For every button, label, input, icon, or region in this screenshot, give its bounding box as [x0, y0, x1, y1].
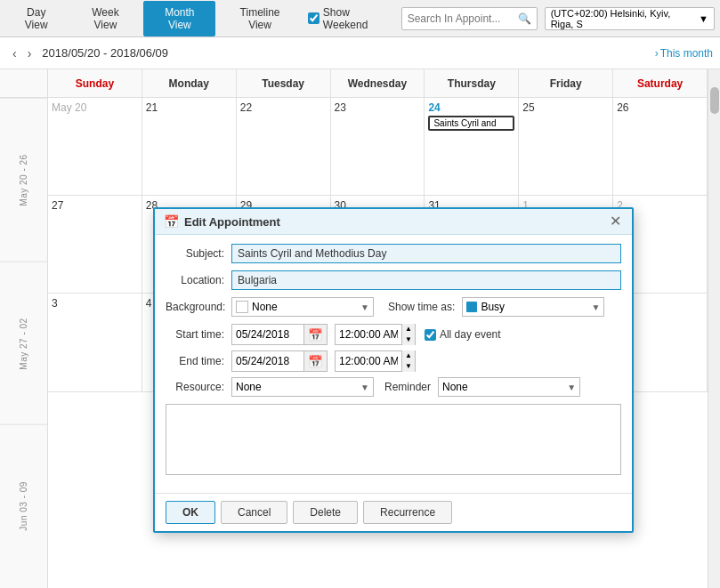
week-label-column: May 20 - 26 May 27 - 02 Jun 03 - 09	[0, 69, 48, 588]
cancel-btn[interactable]: Cancel	[221, 501, 287, 524]
recurrence-btn[interactable]: Recurrence	[363, 501, 452, 524]
calendar-main: Sunday Monday Tuesday Wednesday Thursday…	[48, 69, 708, 588]
location-label: Location:	[166, 274, 231, 286]
cal-cell-may23[interactable]: 23	[331, 98, 425, 196]
day-num: 22	[240, 101, 327, 114]
timezone-label: (UTC+02:00) Helsinki, Kyiv, Riga, S	[551, 8, 695, 29]
start-date-cal-btn[interactable]: 📅	[303, 325, 327, 344]
prev-arrow[interactable]: ‹	[7, 45, 22, 61]
calendar-wrapper: May 20 - 26 May 27 - 02 Jun 03 - 09 Sund…	[0, 69, 720, 588]
none-chip: None	[236, 301, 278, 313]
show-time-as-value: Busy	[481, 301, 505, 313]
toolbar: Day View Week View Month View Timeline V…	[0, 0, 720, 37]
show-time-as-label: Show time as:	[388, 301, 455, 313]
cal-cell-may22[interactable]: 22	[237, 98, 331, 196]
header-tuesday: Tuesday	[237, 69, 331, 97]
resource-select-arrow: ▼	[360, 383, 369, 392]
end-time-row: End time: 📅 ▲ ▼	[166, 350, 621, 372]
start-time-row: Start time: 📅 ▲ ▼	[166, 324, 621, 345]
end-time-label: End time:	[166, 355, 231, 367]
search-input[interactable]	[408, 12, 514, 25]
cal-cell-may24[interactable]: 24 Saints Cyril and	[425, 98, 519, 196]
start-date-input[interactable]	[232, 326, 303, 342]
reminder-label: Reminder	[384, 381, 431, 393]
month-view-btn[interactable]: Month View	[143, 1, 215, 36]
cal-cell-jun3[interactable]: 3	[48, 294, 142, 391]
start-time-input-wrap: ▲ ▼	[335, 324, 416, 345]
end-date-cal-btn[interactable]: 📅	[303, 351, 327, 371]
modal-title-icon: 📅	[164, 214, 179, 229]
calendar-icon: 📅	[308, 328, 323, 342]
modal-title-bar: 📅 Edit Appointment ✕	[155, 209, 632, 235]
this-month-arrow-icon: ›	[655, 47, 659, 60]
header-monday: Monday	[142, 69, 237, 97]
event-chip-saints[interactable]: Saints Cyril and	[428, 116, 514, 131]
resource-reminder-row: Resource: None ▼ Reminder None ▼	[166, 377, 621, 397]
end-date-input[interactable]	[232, 353, 303, 369]
this-month-label: This month	[660, 47, 713, 60]
cal-cell-may21[interactable]: 21	[142, 98, 237, 196]
all-day-label[interactable]: All day event	[425, 328, 501, 341]
start-time-down-btn[interactable]: ▼	[402, 334, 415, 345]
day-num: 3	[52, 297, 138, 310]
day-num: 25	[522, 101, 609, 114]
location-row: Location:	[166, 270, 621, 290]
reminder-value: None	[442, 381, 468, 393]
scrollbar[interactable]	[708, 69, 720, 588]
end-time-spinners: ▲ ▼	[401, 350, 415, 372]
show-weekend-checkbox[interactable]	[308, 12, 320, 24]
timezone-selector[interactable]: (UTC+02:00) Helsinki, Kyiv, Riga, S ▼	[545, 7, 715, 30]
reminder-select[interactable]: None ▼	[438, 377, 580, 397]
show-time-as-arrow: ▼	[591, 302, 600, 312]
cal-cell-may20[interactable]: May 20	[48, 98, 142, 196]
edit-appointment-modal: 📅 Edit Appointment ✕ Subject: Location:	[153, 207, 634, 533]
subject-input[interactable]	[231, 244, 621, 263]
header-sunday: Sunday	[48, 69, 142, 97]
modal-title-text: Edit Appointment	[184, 215, 603, 229]
background-select[interactable]: None ▼	[231, 297, 374, 317]
start-time-label: Start time:	[166, 328, 231, 341]
day-num: 24	[428, 101, 514, 114]
all-day-text: All day event	[440, 328, 501, 341]
end-time-down-btn[interactable]: ▼	[402, 361, 415, 372]
delete-btn[interactable]: Delete	[293, 501, 358, 524]
notes-area[interactable]	[166, 404, 621, 475]
start-date-input-wrap: 📅	[231, 324, 328, 345]
background-value: None	[252, 301, 278, 313]
cal-cell-may26[interactable]: 26	[613, 98, 708, 196]
show-time-as-select[interactable]: Busy ▼	[462, 297, 604, 317]
subject-label: Subject:	[166, 247, 231, 260]
end-time-input[interactable]	[336, 353, 401, 369]
day-headers: Sunday Monday Tuesday Wednesday Thursday…	[48, 69, 708, 98]
day-view-btn[interactable]: Day View	[5, 1, 67, 36]
timeline-view-btn[interactable]: Timeline View	[219, 1, 301, 36]
location-input[interactable]	[231, 270, 621, 290]
background-select-arrow: ▼	[360, 302, 369, 312]
day-num: 27	[52, 199, 138, 212]
start-time-input[interactable]	[336, 326, 401, 342]
header-saturday: Saturday	[613, 69, 708, 97]
all-day-checkbox[interactable]	[425, 329, 436, 341]
calendar-icon: 📅	[308, 355, 323, 368]
show-weekend-label: Show Weekend	[323, 6, 392, 31]
cal-cell-may27[interactable]: 27	[48, 196, 142, 294]
week-label-header	[0, 69, 47, 98]
ok-btn[interactable]: OK	[166, 501, 215, 524]
end-time-up-btn[interactable]: ▲	[402, 350, 415, 361]
next-arrow[interactable]: ›	[22, 45, 37, 61]
search-icon: 🔍	[518, 12, 531, 25]
show-weekend-toggle[interactable]: Show Weekend	[308, 6, 392, 31]
header-wednesday: Wednesday	[331, 69, 425, 97]
scroll-thumb[interactable]	[710, 87, 719, 114]
resource-select[interactable]: None ▼	[231, 377, 374, 397]
this-month-btn[interactable]: › This month	[655, 47, 713, 60]
cal-cell-may25[interactable]: 25	[519, 98, 613, 196]
nav-bar: ‹ › 2018/05/20 - 2018/06/09 › This month	[0, 37, 720, 69]
end-time-input-wrap: ▲ ▼	[335, 350, 416, 372]
modal-close-btn[interactable]: ✕	[608, 214, 623, 229]
week-view-btn[interactable]: Week View	[70, 1, 140, 36]
busy-dot-icon	[466, 302, 477, 312]
resource-value: None	[236, 381, 262, 393]
start-time-up-btn[interactable]: ▲	[402, 324, 415, 334]
timezone-arrow-icon: ▼	[699, 13, 708, 24]
